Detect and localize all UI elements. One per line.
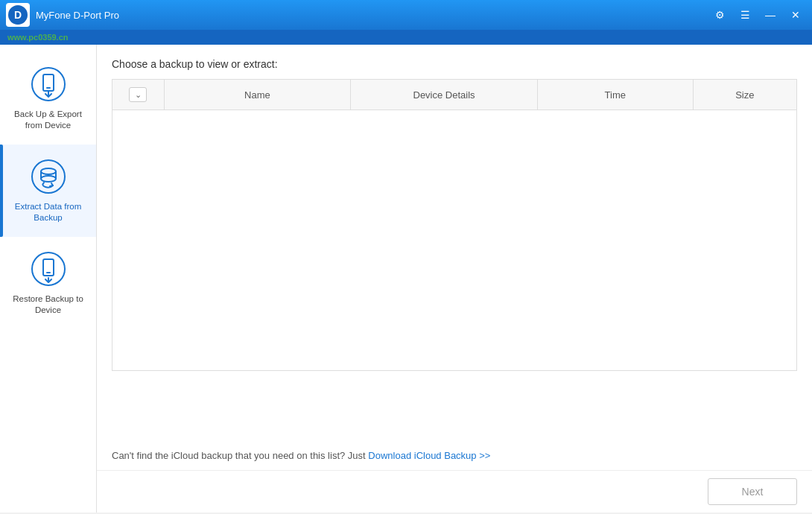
content-footer: Can't find the iCloud backup that you ne… (97, 441, 812, 470)
content-area: Choose a backup to view or extract: ⌄ Na… (97, 45, 812, 513)
table-header-checkbox: ⌄ (112, 80, 165, 110)
app-title: MyFone D-Port Pro (36, 10, 119, 21)
sidebar-label-extract-data: Extract Data from Backup (7, 201, 89, 223)
settings-button[interactable]: ⚙ (709, 4, 730, 25)
watermark-bar: www.pc0359.cn (0, 30, 812, 45)
sidebar-label-restore-backup: Restore Backup to Device (7, 294, 89, 316)
title-bar: D MyFone D-Port Pro ⚙ ☰ — ✕ (0, 0, 812, 30)
restore-backup-icon (30, 250, 67, 288)
watermark-text: www.pc0359.cn (7, 33, 69, 42)
main-layout: Back Up & Export from Device Extract Dat (0, 45, 812, 513)
active-indicator (0, 145, 3, 237)
backup-table: ⌄ Name Device Details Time Size (112, 79, 797, 371)
svg-text:D: D (14, 9, 22, 21)
sidebar: Back Up & Export from Device Extract Dat (0, 45, 97, 513)
backup-export-icon (30, 66, 67, 103)
svg-point-6 (41, 168, 56, 174)
table-header-device: Device Details (351, 80, 538, 110)
sidebar-item-extract-data[interactable]: Extract Data from Backup (0, 145, 96, 237)
table-header-name: Name (164, 80, 351, 110)
title-bar-controls: ⚙ ☰ — ✕ (709, 4, 806, 25)
footer-text: Can't find the iCloud backup that you ne… (112, 450, 368, 461)
next-button[interactable]: Next (708, 478, 797, 505)
close-button[interactable]: ✕ (785, 4, 806, 25)
table-empty-body (112, 110, 797, 371)
content-title: Choose a backup to view or extract: (112, 58, 278, 70)
table-header-time: Time (537, 80, 693, 110)
app-logo: D (6, 3, 30, 27)
sidebar-item-restore-backup[interactable]: Restore Backup to Device (0, 237, 96, 329)
content-header: Choose a backup to view or extract: (97, 45, 812, 79)
dropdown-arrow[interactable]: ⌄ (129, 87, 147, 102)
sidebar-item-backup-export[interactable]: Back Up & Export from Device (0, 52, 96, 145)
minimize-button[interactable]: — (760, 4, 781, 25)
icloud-download-link[interactable]: Download iCloud Backup >> (368, 450, 490, 461)
svg-point-9 (41, 176, 56, 182)
extract-data-icon (30, 158, 67, 195)
table-header-size: Size (693, 80, 796, 110)
title-bar-left: D MyFone D-Port Pro (6, 3, 119, 27)
sidebar-label-backup-export: Back Up & Export from Device (7, 109, 89, 131)
bottom-bar: Next (97, 470, 812, 513)
menu-button[interactable]: ☰ (735, 4, 755, 25)
